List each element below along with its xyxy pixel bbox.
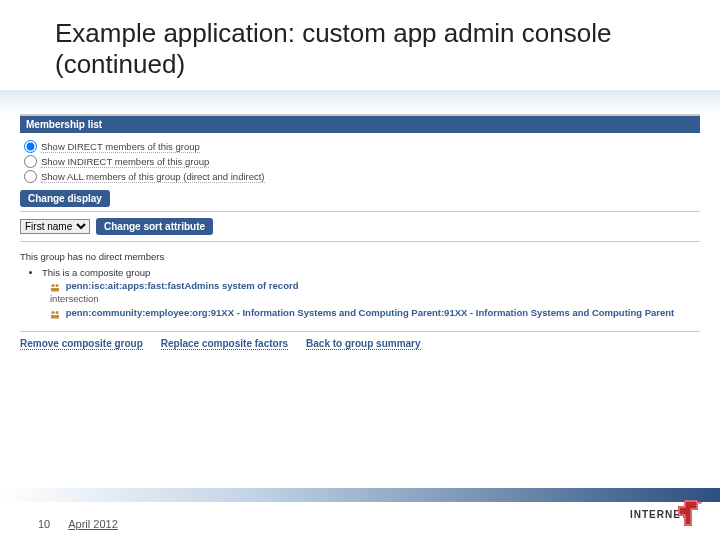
bottom-bar [0, 488, 720, 502]
membership-filter-radios: Show DIRECT members of this group Show I… [20, 133, 700, 190]
internet2-logo: INTERNET R [630, 496, 702, 534]
radio-row-all: Show ALL members of this group (direct a… [24, 169, 696, 184]
change-display-button[interactable]: Change display [20, 190, 110, 207]
footer-links: Remove composite group Replace composite… [20, 331, 700, 360]
sort-controls: First name Change sort attribute [20, 218, 700, 235]
back-to-summary-link[interactable]: Back to group summary [306, 338, 420, 350]
header-gradient [0, 90, 720, 114]
svg-point-5 [55, 310, 58, 313]
divider-2 [20, 241, 700, 242]
member-path-row-0: penn:isc:ait:apps:fast:fastAdmins system… [50, 279, 700, 292]
svg-rect-3 [55, 288, 59, 292]
people-icon [50, 282, 60, 291]
membership-list-heading: Membership list [20, 114, 700, 133]
radio-direct[interactable] [24, 140, 37, 153]
radio-indirect[interactable] [24, 155, 37, 168]
sort-attribute-select[interactable]: First name [20, 219, 90, 234]
radio-all-label: Show ALL members of this group (direct a… [41, 171, 265, 183]
page-number: 10 [38, 518, 50, 530]
radio-indirect-label: Show INDIRECT members of this group [41, 156, 209, 168]
no-members-text: This group has no direct members [20, 251, 164, 262]
svg-point-1 [55, 284, 58, 287]
radio-all[interactable] [24, 170, 37, 183]
radio-row-direct: Show DIRECT members of this group [24, 139, 696, 154]
page-meta: 10 April 2012 [38, 518, 118, 530]
admin-panel: Membership list Show DIRECT members of t… [0, 114, 720, 359]
divider [20, 211, 700, 212]
member-path-0[interactable]: penn:isc:ait:apps:fast:fastAdmins system… [66, 280, 299, 291]
svg-rect-6 [51, 315, 55, 319]
change-sort-button[interactable]: Change sort attribute [96, 218, 213, 235]
people-icon [50, 309, 60, 318]
intersection-label: intersection [50, 292, 700, 305]
radio-direct-label: Show DIRECT members of this group [41, 141, 200, 153]
slide-date: April 2012 [68, 518, 118, 530]
svg-rect-7 [55, 315, 59, 319]
svg-point-4 [51, 310, 54, 313]
member-path-row-1: penn:community:employee:org:91XX - Infor… [50, 306, 700, 319]
svg-rect-2 [51, 288, 55, 292]
member-path-1[interactable]: penn:community:employee:org:91XX - Infor… [66, 307, 675, 318]
radio-row-indirect: Show INDIRECT members of this group [24, 154, 696, 169]
remove-composite-link[interactable]: Remove composite group [20, 338, 143, 350]
svg-point-0 [51, 284, 54, 287]
replace-factors-link[interactable]: Replace composite factors [161, 338, 288, 350]
slide-title: Example application: custom app admin co… [0, 0, 720, 90]
composite-bullet: This is a composite group [42, 266, 700, 279]
svg-text:R: R [699, 501, 701, 504]
group-info: This group has no direct members This is… [20, 246, 700, 322]
